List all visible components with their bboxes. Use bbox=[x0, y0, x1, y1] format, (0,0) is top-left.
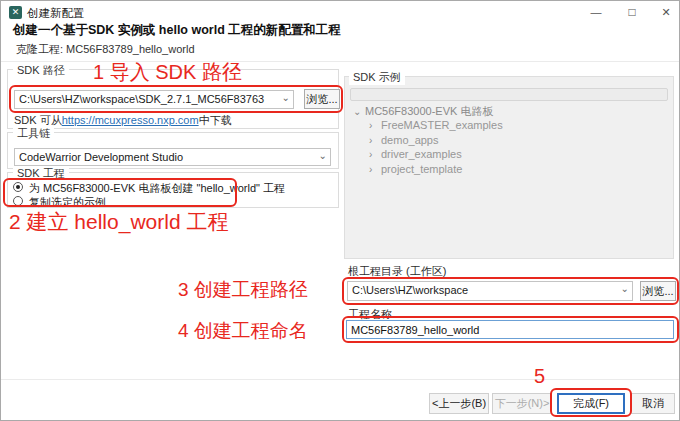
mcuxpresso-link[interactable]: https://mcuxpresso.nxp.com bbox=[62, 114, 199, 126]
create-new-configuration-dialog: ✕ 创建新配置 — □ ✕ 创建一个基于SDK 实例或 hello world … bbox=[0, 0, 680, 421]
titlebar[interactable]: ✕ 创建新配置 — □ ✕ bbox=[1, 1, 679, 23]
tree-node-label: driver_examples bbox=[381, 148, 462, 160]
workspace-value: C:\Users\HZ\workspace bbox=[352, 284, 616, 296]
footer-separator bbox=[1, 379, 679, 380]
chevron-down-icon[interactable]: ⌄ bbox=[353, 106, 365, 117]
chevron-down-icon[interactable]: ⌄ bbox=[282, 92, 290, 103]
app-icon: ✕ bbox=[9, 6, 22, 19]
annotation-step4: 4 创建工程命名 bbox=[178, 318, 308, 344]
sdk-examples-group-label: SDK 示例 bbox=[349, 70, 405, 85]
maximize-button[interactable]: □ bbox=[615, 1, 649, 23]
chevron-right-icon[interactable]: › bbox=[369, 164, 381, 175]
workspace-label: 根工程目录 (工作区) bbox=[348, 264, 446, 279]
next-button[interactable]: 下一步(N)> bbox=[492, 393, 552, 414]
chevron-down-icon[interactable]: ⌄ bbox=[319, 150, 327, 161]
chevron-right-icon[interactable]: › bbox=[369, 135, 381, 146]
toolchain-value: CodeWarrior Development Studio bbox=[19, 151, 314, 163]
sdk-path-value: C:\Users\HZ\workspace\SDK_2.7.1_MC56F837… bbox=[19, 93, 277, 105]
toolchain-group-label: 工具链 bbox=[13, 126, 54, 141]
window-title: 创建新配置 bbox=[27, 6, 85, 21]
finish-button[interactable]: 完成(F) bbox=[557, 393, 625, 414]
sdk-hint-prefix: SDK 可从 bbox=[14, 114, 62, 126]
header-separator bbox=[1, 61, 679, 62]
annotation-step5: 5 bbox=[534, 365, 545, 388]
chevron-right-icon[interactable]: › bbox=[369, 149, 381, 160]
tree-node-driver-examples[interactable]: ›driver_examples bbox=[369, 148, 462, 160]
project-name-input[interactable] bbox=[346, 320, 674, 339]
radio-copy-example-label: 复制选定的示例 bbox=[29, 195, 106, 210]
workspace-browse-button[interactable]: 浏览... bbox=[640, 281, 676, 301]
tree-node-board[interactable]: ⌄MC56F83000-EVK 电路板 bbox=[353, 104, 493, 119]
sdk-path-group-label: SDK 路径 bbox=[13, 63, 69, 78]
tree-node-board-label: MC56F83000-EVK 电路板 bbox=[365, 105, 493, 117]
workspace-combobox[interactable]: C:\Users\HZ\workspace ⌄ bbox=[347, 281, 633, 301]
page-title: 创建一个基于SDK 实例或 hello world 工程的新配置和工程 bbox=[13, 22, 341, 39]
tree-node-project-template[interactable]: ›project_template bbox=[369, 163, 462, 175]
close-button[interactable]: ✕ bbox=[649, 1, 680, 23]
tree-node-freemaster[interactable]: ›FreeMASTER_examples bbox=[369, 119, 503, 131]
tree-node-label: FreeMASTER_examples bbox=[381, 119, 503, 131]
annotation-step3: 3 创建工程路径 bbox=[178, 277, 308, 303]
minimize-button[interactable]: — bbox=[579, 1, 613, 23]
sdk-project-group-label: SDK 工程 bbox=[13, 166, 69, 181]
app-icon-glyph: ✕ bbox=[12, 7, 20, 17]
page-subtitle: 克隆工程: MC56F83789_hello_world bbox=[16, 42, 195, 57]
chevron-down-icon[interactable]: ⌄ bbox=[621, 283, 629, 294]
cancel-button[interactable]: 取消 bbox=[631, 393, 675, 414]
tree-node-label: project_template bbox=[381, 163, 462, 175]
back-button[interactable]: <上一步(B) bbox=[429, 393, 489, 414]
tree-node-demo-apps[interactable]: ›demo_apps bbox=[369, 134, 439, 146]
sdk-path-combobox[interactable]: C:\Users\HZ\workspace\SDK_2.7.1_MC56F837… bbox=[14, 90, 294, 109]
annotation-step2: 2 建立 hello_world 工程 bbox=[9, 208, 228, 236]
radio-unselected-icon[interactable] bbox=[13, 196, 23, 206]
radio-create-hello-world-label: 为 MC56F83000-EVK 电路板创建 "hello_world" 工程 bbox=[29, 181, 285, 196]
chevron-right-icon[interactable]: › bbox=[369, 120, 381, 131]
toolchain-combobox[interactable]: CodeWarrior Development Studio ⌄ bbox=[14, 148, 331, 166]
radio-selected-icon[interactable] bbox=[13, 182, 23, 192]
sdk-hint-suffix: 中下载 bbox=[199, 114, 232, 126]
sdk-path-browse-button[interactable]: 浏览... bbox=[304, 89, 340, 109]
examples-filter-input[interactable] bbox=[350, 88, 668, 101]
tree-node-label: demo_apps bbox=[381, 134, 439, 146]
